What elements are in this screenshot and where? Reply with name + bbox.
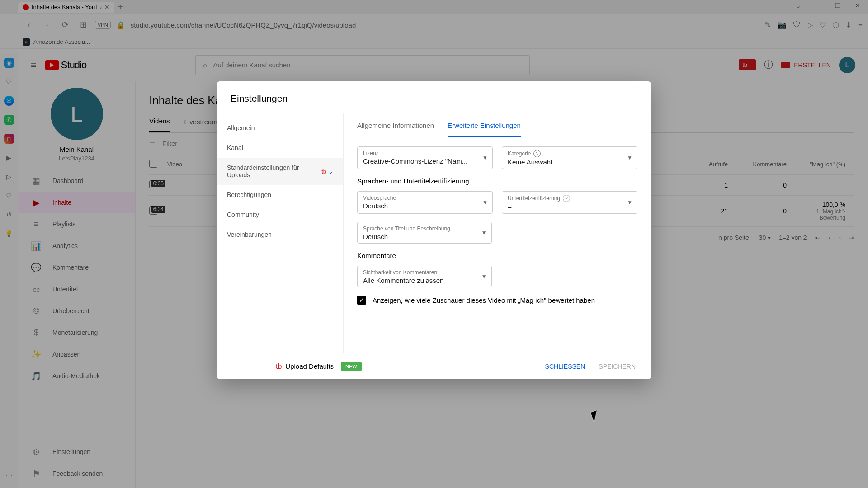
close-button[interactable]: SCHLIESSEN [543, 359, 587, 374]
license-select[interactable]: Lizenz Creative-Commons-Lizenz "Nam... ▼ [357, 146, 493, 169]
modal-side-community[interactable]: Community [217, 205, 343, 225]
modal-side-upload-defaults[interactable]: Standardeinstellungen für Uploads tb ⌄ [217, 158, 343, 185]
modal-side-allgemein[interactable]: Allgemein [217, 118, 343, 138]
help-icon[interactable]: ? [533, 150, 541, 157]
modal-title: Einstellungen [217, 81, 651, 113]
settings-modal: Einstellungen Allgemein Kanal Standardei… [217, 81, 651, 379]
help-icon[interactable]: ? [563, 195, 570, 202]
modal-sidebar: Allgemein Kanal Standardeinstellungen fü… [217, 113, 344, 353]
new-badge: NEW [341, 362, 362, 371]
lang-section-header: Sprachen- und Untertitelzertifizierung [357, 177, 637, 185]
tubebuddy-mini-icon: tb ⌄ [321, 168, 333, 175]
caption-cert-select[interactable]: Untertitelzertifizierung? – ▼ [502, 191, 637, 214]
chevron-down-icon: ▼ [627, 199, 632, 206]
title-language-select[interactable]: Sprache von Titel und Beschreibung Deuts… [357, 222, 492, 244]
chevron-down-icon: ▼ [481, 230, 487, 236]
checkbox-checked-icon[interactable]: ✓ [357, 296, 366, 305]
chevron-down-icon: ▼ [482, 199, 488, 206]
video-language-select[interactable]: Videosprache Deutsch ▼ [357, 191, 493, 214]
category-select[interactable]: Kategorie? Keine Auswahl ▼ [502, 146, 637, 169]
modal-side-permissions[interactable]: Berechtigungen [217, 185, 343, 205]
comments-section-header: Kommentare [357, 252, 637, 259]
save-button[interactable]: SPEICHERN [597, 359, 637, 374]
upload-defaults-link[interactable]: tb Upload Defaults [276, 362, 334, 371]
modal-tab-advanced[interactable]: Erweiterte Einstellungen [448, 122, 521, 137]
show-likes-checkbox-row[interactable]: ✓ Anzeigen, wie viele Zuschauer dieses V… [357, 296, 637, 305]
comment-visibility-select[interactable]: Sichtbarkeit von Kommentaren Alle Kommen… [357, 266, 492, 287]
modal-side-kanal[interactable]: Kanal [217, 138, 343, 158]
modal-side-agreements[interactable]: Vereinbarungen [217, 225, 343, 244]
chevron-down-icon: ▼ [482, 155, 488, 161]
modal-overlay[interactable]: Einstellungen Allgemein Kanal Standardei… [0, 0, 868, 488]
tubebuddy-icon: tb [276, 362, 282, 371]
modal-tab-general[interactable]: Allgemeine Informationen [357, 122, 434, 137]
chevron-down-icon: ▼ [481, 273, 487, 280]
chevron-down-icon: ▼ [627, 155, 632, 161]
